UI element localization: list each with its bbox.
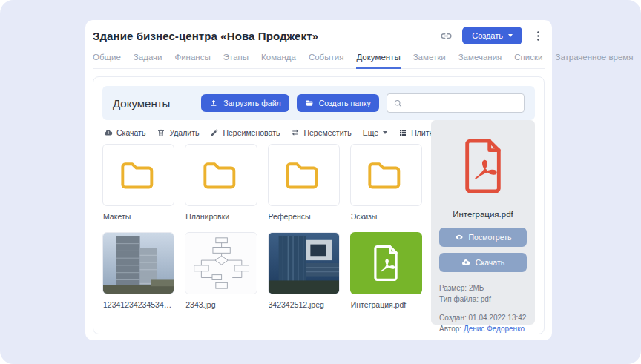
tab-komanda[interactable]: Команда — [261, 53, 296, 69]
folder-tile-referensy[interactable]: Референсы — [268, 144, 340, 232]
tab-finansy[interactable]: Финансы — [174, 53, 210, 69]
documents-header-band: Документы Загрузить файл Создать папку — [102, 86, 535, 120]
window-header: Здание бизнес-центра «Нова Проджект» Соз… — [85, 20, 552, 69]
tab-zametki[interactable]: Заметки — [413, 53, 446, 69]
file-tile-image-2[interactable]: 342342512.jpeg — [268, 232, 340, 320]
tab-sobytiya[interactable]: События — [309, 53, 343, 69]
download-cloud-icon — [104, 128, 113, 137]
chevron-down-icon — [508, 34, 513, 37]
file-name: 342342512.jpeg — [269, 300, 339, 309]
move-action-label: Переместить — [303, 128, 351, 137]
create-folder-label: Создать папку — [319, 99, 371, 107]
caret-down-icon — [383, 131, 387, 134]
file-name: Интеграция.pdf — [351, 300, 421, 309]
file-size: Размер: 2МБ — [439, 282, 527, 294]
files-row: 1234123423453435.j... — [102, 232, 422, 320]
grid-view-icon — [398, 128, 407, 137]
folder-icon — [284, 159, 323, 191]
search-icon — [393, 99, 403, 108]
documents-heading: Документы — [113, 97, 170, 110]
folders-row: Макеты Планировки Референсы Эскизы — [102, 144, 422, 232]
eye-icon — [455, 233, 464, 242]
folder-icon — [119, 159, 158, 191]
delete-action-label: Удалить — [169, 128, 199, 137]
folder-icon — [366, 159, 405, 191]
folder-plus-icon — [305, 99, 314, 107]
file-tile-image-1[interactable]: 1234123423453435.j... — [102, 232, 174, 320]
tab-zamechaniya[interactable]: Замечания — [458, 53, 502, 69]
create-button-label: Создать — [472, 31, 503, 40]
download-file-button[interactable]: Скачать — [439, 253, 527, 272]
folder-name: Эскизы — [351, 212, 421, 221]
download-file-label: Скачать — [476, 258, 504, 267]
more-action-label: Еще — [363, 128, 378, 137]
create-folder-button[interactable]: Создать папку — [297, 94, 379, 112]
file-author: Автор: Денис Федоренко — [439, 323, 527, 334]
search-box — [387, 93, 525, 113]
create-button[interactable]: Создать — [462, 27, 522, 44]
folder-name: Планировки — [185, 212, 256, 221]
tab-dokumenty[interactable]: Документы — [356, 53, 400, 69]
move-action[interactable]: Переместить — [291, 128, 351, 137]
flowchart-thumbnail — [185, 233, 256, 294]
tab-etapy[interactable]: Этапы — [223, 53, 249, 69]
folder-tile-makety[interactable]: Макеты — [102, 144, 174, 232]
tab-zatrachennoe-vremya[interactable]: Затраченное время — [555, 53, 633, 69]
file-name: 1234123423453435.j... — [103, 300, 174, 309]
file-details-panel: Интеграция.pdf Посмотреть Скачать Размер… — [431, 120, 535, 325]
folder-icon — [202, 159, 240, 191]
folder-tile-planirovki[interactable]: Планировки — [185, 144, 257, 232]
upload-file-label: Загрузить файл — [223, 99, 280, 107]
rename-action[interactable]: Переименовать — [210, 128, 280, 137]
trash-icon — [157, 128, 165, 137]
pdf-file-icon — [370, 245, 401, 282]
file-metadata: Размер: 2МБ Тип файла: pdf Создан: 01.04… — [439, 282, 527, 334]
project-window: Здание бизнес-центра «Нова Проджект» Соз… — [85, 20, 552, 340]
upload-file-button[interactable]: Загрузить файл — [201, 94, 289, 112]
file-type: Тип файла: pdf — [439, 294, 527, 305]
transfer-arrows-icon — [291, 128, 300, 137]
view-file-label: Посмотреть — [469, 233, 512, 242]
file-created: Создан: 01.04.2022 13:42 — [439, 312, 527, 323]
tab-obshchie[interactable]: Общие — [93, 53, 121, 69]
file-tile-flowchart[interactable]: 2343.jpg — [185, 232, 257, 320]
link-icon[interactable] — [440, 30, 453, 42]
page-title: Здание бизнес-центра «Нова Проджект» — [93, 30, 318, 42]
download-cloud-icon — [461, 258, 470, 267]
pdf-file-icon — [460, 138, 506, 194]
documents-panel: Документы Загрузить файл Создать папку С… — [93, 76, 545, 334]
download-action[interactable]: Скачать — [104, 128, 145, 137]
building-photo-thumbnail — [269, 233, 339, 294]
download-action-label: Скачать — [116, 128, 145, 137]
tab-spiski[interactable]: Списки — [514, 53, 542, 69]
pencil-icon — [210, 128, 219, 137]
delete-action[interactable]: Удалить — [157, 128, 199, 137]
tab-zadachi[interactable]: Задачи — [134, 53, 162, 69]
more-action[interactable]: Еще — [363, 128, 387, 137]
author-link[interactable]: Денис Федоренко — [464, 325, 525, 333]
rename-action-label: Переименовать — [223, 128, 280, 137]
building-photo-thumbnail — [103, 233, 174, 294]
view-file-button[interactable]: Посмотреть — [439, 228, 527, 247]
folder-name: Макеты — [103, 212, 174, 221]
tab-bar: Общие Задачи Финансы Этапы Команда Событ… — [93, 53, 545, 69]
search-input[interactable] — [407, 99, 518, 107]
details-file-name: Интеграция.pdf — [439, 210, 527, 219]
file-tile-pdf-selected[interactable]: Интеграция.pdf — [350, 232, 422, 320]
upload-icon — [209, 99, 218, 107]
files-toolbar: Скачать Удалить Переименовать Переместит… — [104, 128, 421, 137]
folder-tile-eskizy[interactable]: Эскизы — [350, 144, 422, 232]
file-name: 2343.jpg — [185, 300, 256, 309]
kebab-menu-icon[interactable] — [532, 30, 545, 42]
folder-name: Референсы — [269, 212, 339, 221]
author-label: Автор: — [439, 325, 464, 333]
